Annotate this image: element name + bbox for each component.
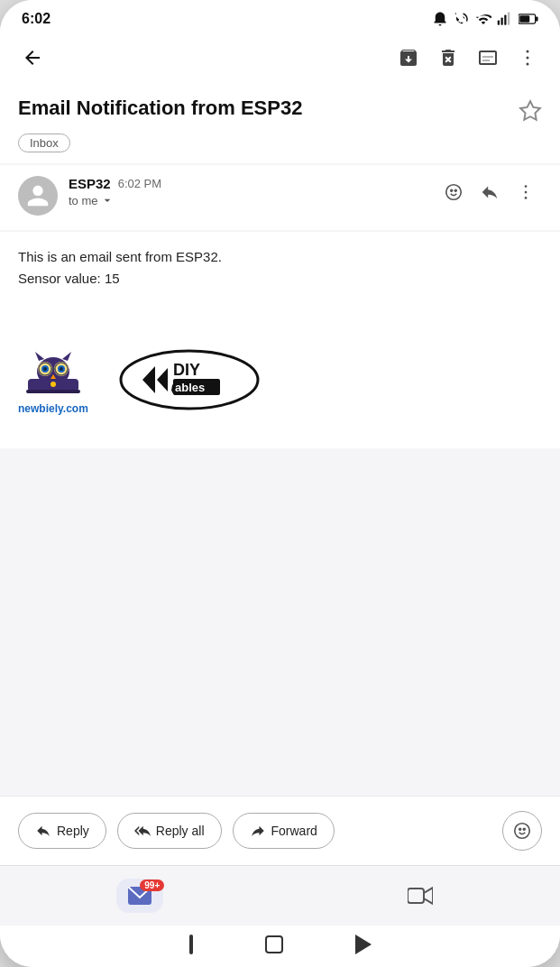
svg-point-11: [446, 185, 462, 200]
svg-text:ables: ables: [175, 381, 205, 394]
sender-section: ESP32 6:02 PM to me: [0, 165, 560, 230]
reply-all-button[interactable]: Reply all: [117, 813, 222, 849]
star-button[interactable]: [519, 99, 542, 126]
label-icon: [477, 47, 499, 69]
label-button[interactable]: [470, 40, 506, 76]
video-icon: [408, 886, 433, 906]
mail-badge-wrapper: 99+: [128, 887, 151, 905]
emoji-action-button[interactable]: [502, 811, 542, 851]
svg-point-42: [523, 828, 525, 830]
more-options-button[interactable]: [510, 40, 546, 76]
svg-rect-3: [508, 13, 510, 25]
svg-marker-45: [424, 888, 433, 904]
svg-point-40: [515, 824, 530, 839]
diyables-logo: DIY ables ables: [117, 348, 262, 411]
svg-point-32: [50, 382, 56, 387]
sender-name-row: ESP32 6:02 PM: [69, 176, 427, 191]
sender-row: ESP32 6:02 PM to me: [18, 176, 542, 216]
svg-rect-44: [408, 889, 424, 903]
status-time: 6:02: [22, 11, 50, 27]
reply-label: Reply: [57, 824, 89, 838]
home-button[interactable]: [265, 935, 283, 953]
signal-icon: [497, 11, 513, 27]
mail-badge-count: 99+: [140, 880, 164, 891]
svg-rect-18: [26, 390, 80, 393]
alarm-icon: [432, 11, 448, 27]
body-line2: Sensor value: 15: [18, 271, 120, 286]
body-line1: This is an email sent from ESP32.: [18, 249, 222, 264]
mail-nav-item[interactable]: 99+: [0, 873, 280, 918]
forward-icon: [250, 823, 266, 839]
delete-icon: [437, 47, 459, 69]
chevron-down-icon: [100, 193, 115, 207]
svg-rect-1: [501, 18, 503, 25]
app-bar-actions: [390, 40, 546, 76]
sender-actions: [437, 176, 542, 208]
video-nav-item[interactable]: [280, 880, 561, 911]
person-icon: [25, 183, 50, 208]
svg-text:DIY: DIY: [173, 361, 200, 379]
svg-rect-0: [498, 21, 500, 25]
svg-point-7: [527, 51, 529, 53]
svg-marker-10: [520, 101, 540, 120]
email-content: Email Notification from ESP32 Inbox ESP3…: [0, 81, 560, 796]
svg-rect-5: [519, 15, 529, 23]
sender-name: ESP32: [69, 176, 111, 191]
sender-to-row[interactable]: to me: [69, 193, 427, 207]
recents-button[interactable]: [189, 935, 193, 954]
email-header-section: Email Notification from ESP32 Inbox: [0, 81, 560, 163]
inbox-badge[interactable]: Inbox: [18, 134, 70, 152]
more-dots-icon: [516, 182, 536, 202]
diyables-svg: DIY ables ables: [117, 348, 262, 411]
svg-rect-6: [536, 16, 538, 21]
mail-icon-bg: 99+: [116, 879, 163, 913]
app-bar: [0, 34, 560, 81]
bottom-nav: 99+: [0, 865, 560, 926]
svg-rect-2: [504, 15, 506, 25]
svg-point-16: [525, 197, 528, 199]
forward-button[interactable]: Forward: [233, 813, 335, 849]
svg-point-27: [43, 367, 47, 371]
delete-button[interactable]: [430, 40, 466, 76]
email-body-text: This is an email sent from ESP32. Sensor…: [18, 246, 542, 290]
wifi-icon: [475, 11, 491, 27]
svg-point-15: [525, 191, 528, 194]
avatar: [18, 176, 58, 216]
logos-section: newbiely.com DIY ables: [18, 326, 542, 434]
svg-marker-30: [35, 352, 44, 361]
battery-icon: [519, 13, 538, 25]
archive-icon: [398, 47, 419, 69]
svg-point-13: [454, 189, 456, 191]
archive-button[interactable]: [390, 40, 427, 76]
newbiely-text: newbiely.com: [18, 402, 88, 415]
back-nav-button[interactable]: [355, 935, 372, 954]
mute-icon: [454, 11, 470, 27]
sender-to-label: to me: [69, 194, 98, 207]
svg-point-12: [451, 189, 453, 191]
star-icon: [519, 99, 542, 123]
svg-point-41: [519, 828, 521, 830]
sender-info: ESP32 6:02 PM to me: [69, 176, 427, 207]
reply-all-label: Reply all: [156, 824, 205, 838]
more-sender-button[interactable]: [510, 176, 542, 208]
emoji-action-icon: [512, 821, 532, 841]
reply-button[interactable]: Reply: [18, 813, 106, 849]
svg-marker-31: [62, 352, 71, 361]
android-nav-bar: [0, 926, 560, 967]
status-bar: 6:02: [0, 0, 560, 34]
forward-label: Forward: [271, 824, 317, 838]
svg-point-28: [60, 367, 63, 371]
emoji-icon: [444, 182, 464, 202]
owl-svg: [21, 345, 86, 399]
action-bar: Reply Reply all Forward: [0, 796, 560, 865]
subject-row: Email Notification from ESP32: [18, 96, 542, 126]
more-vertical-icon: [517, 47, 538, 69]
emoji-react-button[interactable]: [437, 176, 470, 208]
phone-frame: 6:02: [0, 0, 560, 967]
svg-point-14: [525, 185, 528, 188]
reply-icon: [480, 182, 500, 202]
email-subject: Email Notification from ESP32: [18, 96, 508, 122]
reply-button-inline[interactable]: [473, 176, 506, 208]
svg-point-9: [527, 63, 529, 66]
back-button[interactable]: [14, 40, 50, 76]
